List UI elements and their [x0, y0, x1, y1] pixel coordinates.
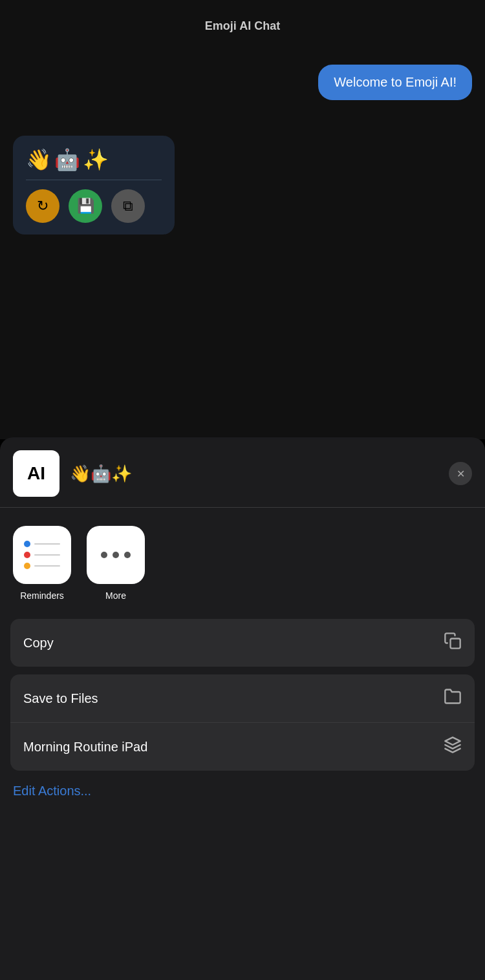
dot-orange: [24, 563, 30, 569]
reminders-label: Reminders: [20, 590, 64, 601]
user-message-bubble: Welcome to Emoji AI!: [318, 65, 472, 100]
reminder-line-3: [34, 565, 60, 567]
user-message-text: Welcome to Emoji AI!: [334, 75, 457, 89]
share-header: AI 👋🤖✨ ✕: [0, 437, 485, 508]
morning-routine-label: Morning Routine iPad: [23, 740, 147, 755]
action-row-morning-routine[interactable]: Morning Routine iPad: [10, 722, 475, 771]
bot-actions: ↻ 💾 ⧉: [26, 189, 162, 223]
save-button[interactable]: 💾: [69, 189, 102, 223]
refresh-icon: ↻: [37, 198, 48, 214]
ai-icon-box: AI: [13, 450, 59, 497]
dot-blue: [24, 541, 30, 547]
chat-title: Emoji AI Chat: [0, 0, 485, 33]
bot-divider: [26, 180, 162, 180]
reminders-icon-box: [13, 526, 71, 584]
app-icons-row: Reminders More: [0, 508, 485, 614]
refresh-button[interactable]: ↻: [26, 189, 59, 223]
svg-rect-0: [451, 639, 460, 649]
chat-area: Emoji AI Chat Welcome to Emoji AI! 👋🤖✨ ↻…: [0, 0, 485, 439]
action-list: Copy Save to Files Morning Routine iPad: [0, 619, 485, 771]
more-icon-box: [87, 526, 145, 584]
bot-message-bubble: 👋🤖✨ ↻ 💾 ⧉: [13, 136, 175, 235]
reminder-line-2: [34, 554, 60, 556]
ai-label: AI: [27, 463, 45, 484]
app-item-reminders[interactable]: Reminders: [13, 526, 71, 601]
dot-red: [24, 552, 30, 558]
action-group: Save to Files Morning Routine iPad: [10, 674, 475, 771]
save-files-icon: [444, 687, 462, 709]
app-item-more[interactable]: More: [87, 526, 145, 601]
action-row-copy[interactable]: Copy: [10, 619, 475, 667]
bot-emojis: 👋🤖✨: [26, 147, 162, 172]
copy-action-label: Copy: [23, 636, 54, 651]
reminder-line-1: [34, 543, 60, 545]
save-files-label: Save to Files: [23, 691, 98, 706]
copy-action-icon: [444, 632, 462, 654]
copy-button[interactable]: ⧉: [111, 189, 145, 223]
action-row-save-files[interactable]: Save to Files: [10, 674, 475, 722]
copy-icon: ⧉: [123, 198, 133, 214]
svg-marker-1: [445, 737, 460, 745]
share-sheet: AI 👋🤖✨ ✕: [0, 437, 485, 980]
save-icon: 💾: [77, 198, 94, 214]
share-emojis: 👋🤖✨: [70, 464, 449, 484]
more-dot-3: [124, 552, 131, 558]
close-icon: ✕: [457, 468, 465, 480]
more-dot-2: [113, 552, 119, 558]
reminders-icon: [21, 534, 63, 576]
more-label: More: [105, 590, 126, 601]
morning-routine-icon: [444, 736, 462, 758]
more-icon: [101, 552, 131, 558]
edit-actions-button[interactable]: Edit Actions...: [0, 771, 104, 811]
more-dot-1: [101, 552, 107, 558]
close-button[interactable]: ✕: [449, 462, 472, 485]
